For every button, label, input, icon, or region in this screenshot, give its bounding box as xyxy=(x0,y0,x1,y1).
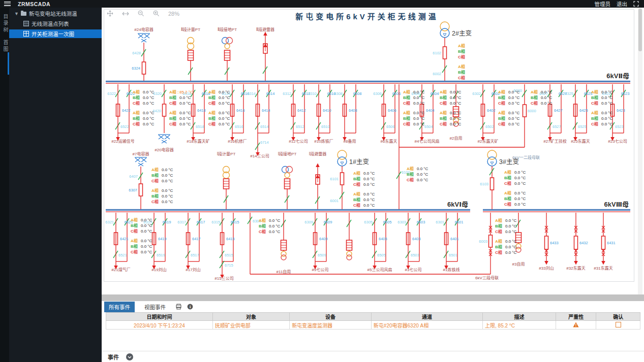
svg-text:C相: C相 xyxy=(259,229,266,234)
svg-text:0.0 °C: 0.0 °C xyxy=(413,90,425,94)
event-panel: 所有事件 视图事件 i 日期和时间对象设备通道描述严重性确认 2023/4/10… xyxy=(102,301,644,362)
pan-icon[interactable] xyxy=(107,10,113,17)
column-header[interactable]: 日期和时间 xyxy=(106,313,213,321)
info-icon[interactable]: i xyxy=(187,304,193,310)
svg-text:A相: A相 xyxy=(403,89,410,94)
column-header[interactable]: 严重性 xyxy=(556,313,596,321)
feeder-#3七公司: 6303660364036503#3七公司 xyxy=(397,213,425,272)
svg-text:#2东露天矿: #2东露天矿 xyxy=(478,139,499,144)
svg-text:A相: A相 xyxy=(133,89,140,94)
svg-text:0.0 °C: 0.0 °C xyxy=(269,229,281,234)
svg-text:6kV一二段母联: 6kV一二段母联 xyxy=(512,155,540,160)
menu-icon[interactable] xyxy=(4,2,11,6)
fit-width-icon[interactable] xyxy=(122,11,129,16)
svg-text:Ⅱ段避雷器: Ⅱ段避雷器 xyxy=(256,27,274,32)
svg-text:#6东露天: #6东露天 xyxy=(381,139,397,144)
zoom-out-icon[interactable] xyxy=(138,10,144,17)
diagram-title: 新屯变电所6kV开关柜无线测温 xyxy=(295,12,439,21)
svg-text:#16机修厂: #16机修厂 xyxy=(228,139,247,144)
print-icon[interactable] xyxy=(175,304,182,310)
svg-text:0.0 °C: 0.0 °C xyxy=(541,90,553,94)
tab-all-events[interactable]: 所有事件 xyxy=(104,302,135,312)
svg-text:C相: C相 xyxy=(591,101,598,106)
svg-text:6715: 6715 xyxy=(225,263,233,268)
tree-item-diagram[interactable]: 开关柜测温一次图 xyxy=(9,29,102,38)
svg-text:6428: 6428 xyxy=(132,51,141,55)
tree-item-point-list[interactable]: 无线测温点列表 xyxy=(9,19,102,28)
svg-text:C相: C相 xyxy=(208,101,216,106)
device-Ⅱ段避雷器: Ⅱ段避雷器 xyxy=(256,27,274,81)
svg-text:#23七公司: #23七公司 xyxy=(608,139,627,144)
svg-text:C相: C相 xyxy=(407,177,414,182)
svg-text:C相: C相 xyxy=(531,101,538,106)
side-tab-tree[interactable]: 目录树 xyxy=(2,14,9,34)
fullscreen-icon[interactable] xyxy=(633,1,639,7)
column-header[interactable]: 通道 xyxy=(371,313,482,321)
svg-text:6425: 6425 xyxy=(579,108,588,113)
tab-view-events[interactable]: 视图事件 xyxy=(140,302,170,312)
event-cell: 2023/4/10 下午1:23:24 xyxy=(106,321,213,330)
svg-text:C相: C相 xyxy=(498,121,505,126)
column-header[interactable]: 设备 xyxy=(290,313,372,321)
svg-text:6603: 6603 xyxy=(417,220,425,224)
svg-text:B相: B相 xyxy=(131,223,138,228)
svg-text:0.0 °C: 0.0 °C xyxy=(141,239,152,243)
svg-text:6512: 6512 xyxy=(296,124,304,129)
svg-text:#27矿工技校: #27矿工技校 xyxy=(543,139,566,144)
user-label[interactable]: 管理员 xyxy=(595,0,611,8)
svg-text:B相: B相 xyxy=(169,95,176,100)
svg-text:6503: 6503 xyxy=(411,253,419,257)
diagram-canvas[interactable]: 28% 6kVⅡ母6kVⅠ母6kVⅢ母新屯变电所6kV开关柜无线测温#24电容器… xyxy=(102,8,644,294)
svg-text:6623: 6623 xyxy=(621,91,630,96)
svg-text:6405: 6405 xyxy=(379,237,387,241)
svg-text:0.0 °C: 0.0 °C xyxy=(162,200,173,204)
svg-text:6421: 6421 xyxy=(120,237,129,241)
svg-text:6601: 6601 xyxy=(455,220,464,224)
svg-text:6401: 6401 xyxy=(450,237,459,241)
folder-icon xyxy=(21,12,26,16)
svg-text:6322: 6322 xyxy=(107,91,116,96)
svg-text:B相: B相 xyxy=(169,116,176,121)
svg-text:6518: 6518 xyxy=(196,124,204,129)
column-header[interactable]: 描述 xyxy=(483,313,556,321)
svg-text:0.0 °C: 0.0 °C xyxy=(450,122,462,126)
event-row[interactable]: 2023/4/10 下午1:23:24抚顺矿业供电部新屯变温度监测器新屯#20电… xyxy=(106,321,640,330)
svg-text:Ⅰ段接地PT: Ⅰ段接地PT xyxy=(278,151,297,156)
column-header[interactable]: 确认 xyxy=(596,313,640,321)
temp-block: A相0.0 °CB相0.0 °CC相0.0 °CA相0.0 °CB相0.0 °C… xyxy=(495,218,517,255)
svg-text:6404: 6404 xyxy=(426,108,435,113)
svg-text:6002: 6002 xyxy=(433,72,441,76)
svg-text:B相: B相 xyxy=(495,223,502,228)
logout-button[interactable]: 退出 xyxy=(617,0,627,8)
svg-text:B相: B相 xyxy=(495,244,502,249)
column-header[interactable]: 对象 xyxy=(212,313,289,321)
svg-text:6101: 6101 xyxy=(330,177,339,181)
svg-text:0.0 °C: 0.0 °C xyxy=(363,182,375,187)
svg-text:6422: 6422 xyxy=(122,108,131,113)
svg-text:0.0 °C: 0.0 °C xyxy=(162,179,173,183)
svg-text:#5三公司风扇: #5三公司风扇 xyxy=(367,267,392,272)
zoom-in-icon[interactable] xyxy=(153,10,160,17)
svg-text:#31东露天: #31东露天 xyxy=(594,266,612,271)
ack-checkbox[interactable] xyxy=(616,322,621,327)
svg-text:B相: B相 xyxy=(208,95,216,100)
svg-text:A相: A相 xyxy=(131,238,138,243)
svg-text:0.0 °C: 0.0 °C xyxy=(601,111,613,115)
svg-text:C相: C相 xyxy=(131,249,138,254)
canvas-bottom-gutter xyxy=(102,294,644,301)
device-Ⅱ段计量PT: Ⅱ段计量PT xyxy=(181,27,200,81)
temp-block: A相0.0 °CB相0.0 °CC相0.0 °C xyxy=(407,166,428,182)
side-tab-home[interactable]: 首图 xyxy=(2,40,9,53)
svg-text:6324: 6324 xyxy=(132,66,140,71)
svg-text:6309: 6309 xyxy=(304,220,313,224)
svg-text:6kVⅢ母: 6kVⅢ母 xyxy=(604,201,629,208)
svg-text:6614: 6614 xyxy=(266,91,275,96)
svg-text:B相: B相 xyxy=(440,95,447,100)
svg-text:B相: B相 xyxy=(531,95,538,100)
collapse-events-icon[interactable] xyxy=(126,353,133,360)
svg-text:6325: 6325 xyxy=(565,91,573,96)
svg-text:6509: 6509 xyxy=(318,253,326,257)
svg-text:0.0 °C: 0.0 °C xyxy=(505,250,517,255)
svg-text:A相: A相 xyxy=(495,239,502,244)
tree-root-station[interactable]: ▼ 新屯变电站无线测温 xyxy=(9,9,102,18)
